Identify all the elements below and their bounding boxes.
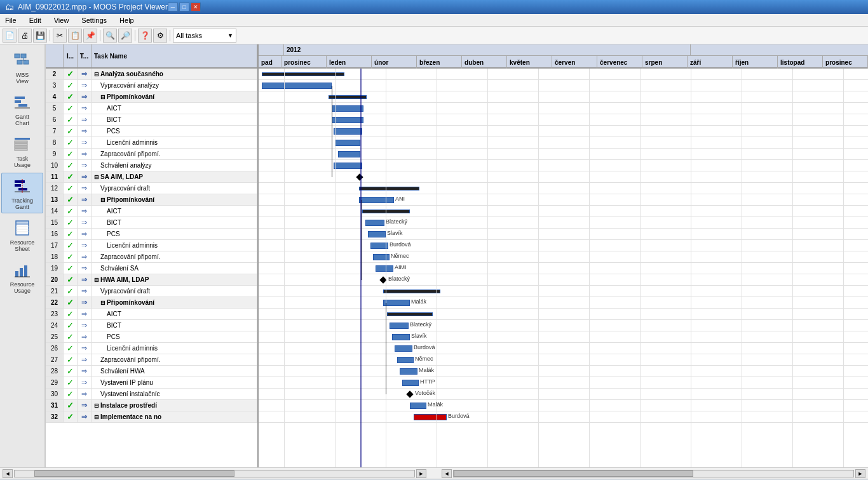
cell-type: ⇒ xyxy=(78,411,92,422)
gantt-label: Malák xyxy=(411,298,426,305)
month-cell-prosinec: prosinec xyxy=(281,56,327,69)
grid-hscroll-thumb[interactable] xyxy=(454,470,693,477)
cell-name: PCS xyxy=(92,126,257,137)
scroll-left-btn[interactable]: ◄ xyxy=(3,469,13,478)
task-name: AICT xyxy=(107,208,121,215)
scroll-right-btn[interactable]: ► xyxy=(416,469,426,478)
expand-icon[interactable]: ⊟ xyxy=(100,197,105,203)
menu-edit[interactable]: Edit xyxy=(27,16,44,25)
cell-indicator: ✓ xyxy=(64,194,78,205)
grid-scroll-right-btn[interactable]: ► xyxy=(855,469,865,478)
cell-id: 20 xyxy=(46,274,64,285)
month-cell-duben: duben xyxy=(462,56,507,69)
expand-icon[interactable]: ⊟ xyxy=(100,300,105,306)
close-button[interactable]: ✕ xyxy=(191,3,201,11)
sep4 xyxy=(170,30,170,41)
gantt-vline xyxy=(640,69,641,467)
cell-type: ⇒ xyxy=(78,366,92,377)
gantt-bar xyxy=(390,323,409,329)
cell-id: 23 xyxy=(46,309,64,319)
gantt-label: Malák xyxy=(419,367,434,373)
check-icon: ✓ xyxy=(67,126,74,136)
gantt-bar xyxy=(359,187,419,190)
menu-file[interactable]: File xyxy=(3,16,19,25)
gantt-label: Němec xyxy=(391,253,409,259)
menu-settings[interactable]: Settings xyxy=(79,16,109,25)
expand-icon[interactable]: ⊟ xyxy=(94,174,99,180)
table-row: 11✓⇒⊟ SA AIM, LDAP xyxy=(46,171,257,183)
cell-name: Schválení SA xyxy=(92,263,257,274)
tb-paste[interactable]: 📌 xyxy=(83,29,97,43)
gantt-row: Němec xyxy=(259,354,868,366)
tb-print[interactable]: 🖨 xyxy=(18,29,32,43)
tb-cut[interactable]: ✂ xyxy=(53,29,67,43)
gantt-vline xyxy=(487,69,488,467)
maximize-button[interactable]: □ xyxy=(179,3,189,11)
task-filter-dropdown[interactable]: All tasks ▼ xyxy=(173,29,236,43)
task-usage-icon xyxy=(12,134,32,154)
gantt-bar xyxy=(395,345,412,352)
tb-new[interactable]: 📄 xyxy=(3,29,17,43)
minimize-button[interactable]: ─ xyxy=(168,3,178,11)
task-name: Schválení analýzy xyxy=(100,162,152,169)
tb-save[interactable]: 💾 xyxy=(33,29,47,43)
menu-help[interactable]: Help xyxy=(117,16,137,25)
grid-scroll-left-btn[interactable]: ◄ xyxy=(442,469,452,478)
task-name: Zapracování připomí. xyxy=(100,150,161,157)
sep1 xyxy=(50,30,50,41)
cell-id: 16 xyxy=(46,229,64,239)
wbs-label: WBSView xyxy=(16,72,29,84)
cell-id: 13 xyxy=(46,194,64,205)
month-cell-leden: leden xyxy=(327,56,372,69)
table-row: 30✓⇒Vystavení instalačníc xyxy=(46,389,257,400)
expand-icon[interactable]: ⊟ xyxy=(94,403,99,409)
gantt-bar xyxy=(400,368,417,375)
grid-hscroll-track[interactable] xyxy=(453,470,854,477)
tb-settings[interactable]: ⚙ xyxy=(153,29,167,43)
gantt-label: Slavík xyxy=(387,230,403,236)
gantt-row xyxy=(259,91,868,103)
sidebar-item-task-usage[interactable]: TaskUsage xyxy=(1,131,43,171)
menu-view[interactable]: View xyxy=(51,16,72,25)
task-name: Licenční adminnis xyxy=(107,242,158,249)
check-icon: ✓ xyxy=(67,343,74,353)
gantt-row xyxy=(259,149,868,160)
cell-indicator: ✓ xyxy=(64,217,78,228)
tb-help[interactable]: ❓ xyxy=(138,29,152,43)
link-icon: ⇒ xyxy=(81,127,87,135)
check-icon: ✓ xyxy=(67,218,74,227)
check-icon: ✓ xyxy=(67,263,74,273)
sidebar-item-resource-usage[interactable]: ResourceUsage xyxy=(1,257,43,297)
cell-indicator: ✓ xyxy=(64,286,78,297)
gantt-bar xyxy=(335,140,360,146)
gantt-row xyxy=(259,103,868,114)
tb-copy[interactable]: 📋 xyxy=(68,29,82,43)
gantt-hscroll-track[interactable] xyxy=(14,470,415,477)
year-2012: 2012 xyxy=(284,44,691,55)
expand-icon[interactable]: ⊟ xyxy=(100,94,105,100)
expand-icon[interactable]: ⊟ xyxy=(94,71,99,77)
cell-id: 4 xyxy=(46,91,64,102)
gantt-month-row: padprosinecledenúnorbřezendubenkvětenčer… xyxy=(259,56,868,69)
link-icon: ⇒ xyxy=(81,401,87,410)
tb-zoom-out[interactable]: 🔎 xyxy=(118,29,132,43)
table-row: 24✓⇒BICT xyxy=(46,320,257,331)
expand-icon[interactable]: ⊟ xyxy=(94,277,99,283)
cell-name: Vypracování analýzy xyxy=(92,80,257,91)
sidebar-item-wbs-view[interactable]: WBSView xyxy=(1,47,43,88)
sidebar-item-tracking-gantt[interactable]: TrackingGantt xyxy=(1,173,43,213)
cell-indicator: ✓ xyxy=(64,91,78,102)
sidebar-item-resource-sheet[interactable]: ResourceSheet xyxy=(1,215,43,255)
resource-sheet-icon xyxy=(12,218,32,238)
expand-icon[interactable]: ⊟ xyxy=(94,414,99,420)
table-row: 9✓⇒Zapracování připomí. xyxy=(46,149,257,160)
gantt-hscroll-thumb[interactable] xyxy=(34,470,234,477)
sidebar-item-gantt-chart[interactable]: GanttChart xyxy=(1,89,43,130)
tb-zoom-in[interactable]: 🔍 xyxy=(103,29,117,43)
dropdown-label: All tasks xyxy=(176,32,202,39)
cell-type: ⇒ xyxy=(78,194,92,205)
check-icon: ✓ xyxy=(67,161,74,170)
gantt-bar xyxy=(397,357,414,363)
gantt-label: Blatecký xyxy=(410,321,431,328)
scrollbar-area: ◄ ► ◄ ► xyxy=(0,467,868,479)
